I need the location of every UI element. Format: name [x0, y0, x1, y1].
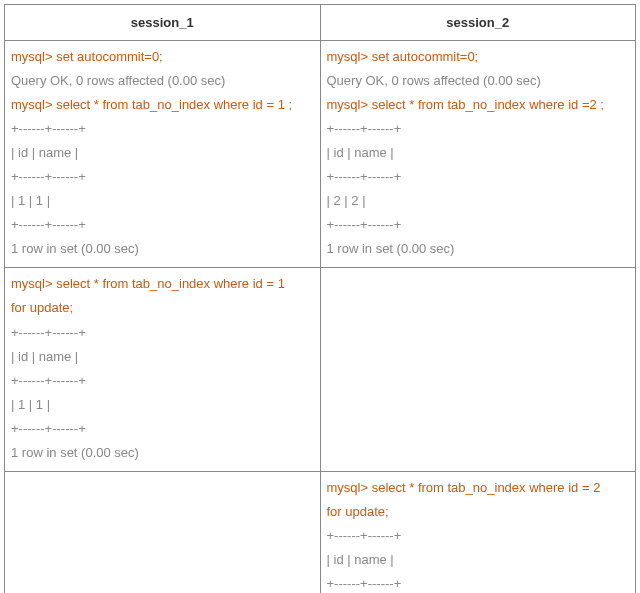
- sql-command: mysql> set autocommit=0;: [327, 45, 630, 69]
- page-container: session_1 session_2 mysql> set autocommi…: [4, 4, 636, 593]
- sql-output: +------+------+: [11, 321, 314, 345]
- sql-output: 1 row in set (0.00 sec): [11, 441, 314, 465]
- sql-output: +------+------+: [327, 572, 630, 593]
- sql-output: +------+------+: [11, 213, 314, 237]
- session-comparison-table: session_1 session_2 mysql> set autocommi…: [4, 4, 636, 593]
- sql-output: +------+------+: [327, 213, 630, 237]
- sql-command: for update;: [327, 500, 630, 524]
- column-header-session1: session_1: [5, 5, 321, 41]
- sql-output: +------+------+: [327, 524, 630, 548]
- cell-session2-step2-empty: [320, 268, 636, 471]
- column-header-session2: session_2: [320, 5, 636, 41]
- sql-output: +------+------+: [11, 117, 314, 141]
- sql-output: +------+------+: [327, 117, 630, 141]
- sql-output: | id | name |: [11, 141, 314, 165]
- sql-output: | id | name |: [327, 548, 630, 572]
- table-row: mysql> set autocommit=0; Query OK, 0 row…: [5, 41, 636, 268]
- sql-output: +------+------+: [11, 165, 314, 189]
- sql-output: | 1 | 1 |: [11, 189, 314, 213]
- sql-command: mysql> set autocommit=0;: [11, 45, 314, 69]
- sql-output: +------+------+: [11, 369, 314, 393]
- sql-output: | 2 | 2 |: [327, 189, 630, 213]
- sql-output: Query OK, 0 rows affected (0.00 sec): [11, 69, 314, 93]
- sql-output: +------+------+: [11, 417, 314, 441]
- sql-output: Query OK, 0 rows affected (0.00 sec): [327, 69, 630, 93]
- cell-session1-step3-empty: [5, 471, 321, 593]
- sql-command: mysql> select * from tab_no_index where …: [11, 272, 314, 296]
- sql-command: mysql> select * from tab_no_index where …: [11, 93, 314, 117]
- sql-output: | 1 | 1 |: [11, 393, 314, 417]
- sql-output: | id | name |: [327, 141, 630, 165]
- sql-command: for update;: [11, 296, 314, 320]
- sql-output: 1 row in set (0.00 sec): [11, 237, 314, 261]
- cell-session2-step1: mysql> set autocommit=0; Query OK, 0 row…: [320, 41, 636, 268]
- table-header-row: session_1 session_2: [5, 5, 636, 41]
- table-row: mysql> select * from tab_no_index where …: [5, 471, 636, 593]
- sql-output: +------+------+: [327, 165, 630, 189]
- sql-command: mysql> select * from tab_no_index where …: [327, 476, 630, 500]
- sql-output: | id | name |: [11, 345, 314, 369]
- cell-session2-step3: mysql> select * from tab_no_index where …: [320, 471, 636, 593]
- cell-session1-step1: mysql> set autocommit=0; Query OK, 0 row…: [5, 41, 321, 268]
- cell-session1-step2: mysql> select * from tab_no_index where …: [5, 268, 321, 471]
- table-row: mysql> select * from tab_no_index where …: [5, 268, 636, 471]
- sql-command: mysql> select * from tab_no_index where …: [327, 93, 630, 117]
- sql-output: 1 row in set (0.00 sec): [327, 237, 630, 261]
